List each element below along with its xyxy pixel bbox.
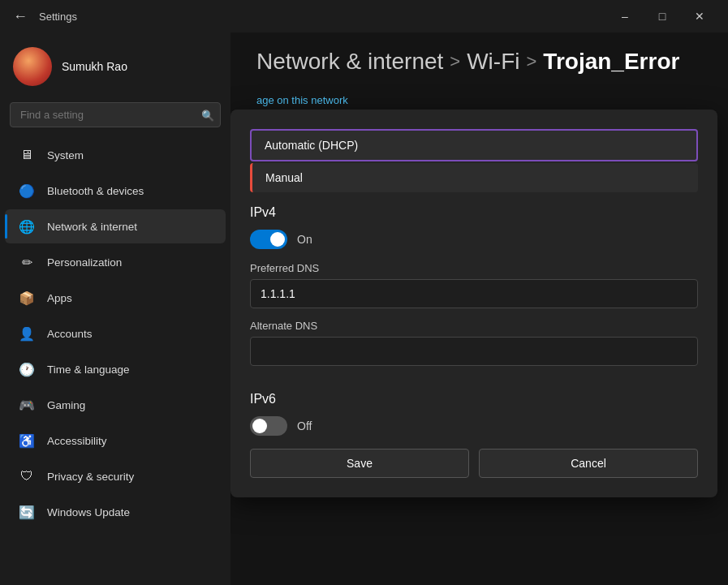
ipv6-toggle[interactable] — [250, 416, 287, 436]
ipv4-toggle-row: On — [250, 230, 698, 249]
sidebar-item-network[interactable]: 🌐 Network & internet — [5, 209, 226, 243]
sidebar-item-label: Gaming — [47, 399, 85, 411]
breadcrumb-part2: Wi-Fi — [467, 49, 519, 75]
sidebar-item-label: Accounts — [47, 328, 93, 340]
breadcrumb-part1: Network & internet — [256, 49, 443, 75]
sidebar-item-accounts[interactable]: 👤 Accounts — [5, 316, 226, 351]
network-icon: 🌐 — [18, 217, 36, 235]
profile-name: Sumukh Rao — [62, 60, 127, 73]
main-content: Network & internet > Wi-Fi > Trojan_Erro… — [230, 32, 728, 585]
save-button[interactable]: Save — [250, 449, 469, 478]
alternate-dns-label: Alternate DNS — [250, 320, 698, 332]
accessibility-icon: ♿ — [18, 432, 36, 450]
avatar — [13, 47, 52, 86]
sidebar-item-label: Accessibility — [47, 435, 107, 447]
preferred-dns-input[interactable] — [250, 279, 698, 308]
search-input[interactable] — [10, 102, 221, 127]
dropdown-option-manual[interactable]: Manual — [250, 163, 698, 192]
gaming-icon: 🎮 — [18, 396, 36, 414]
ipv6-toggle-row: Off — [250, 416, 698, 436]
sidebar-item-bluetooth[interactable]: 🔵 Bluetooth & devices — [5, 174, 226, 208]
dns-hint-link[interactable]: age on this network — [256, 94, 702, 106]
maximize-icon: □ — [659, 10, 666, 23]
sidebar-item-accessibility[interactable]: ♿ Accessibility — [5, 424, 226, 458]
close-button[interactable]: ✕ — [681, 3, 718, 29]
ipv6-toggle-label: Off — [297, 419, 312, 432]
time-icon: 🕐 — [18, 360, 36, 378]
breadcrumb-sep2: > — [526, 51, 536, 72]
sidebar-item-update[interactable]: 🔄 Windows Update — [5, 495, 226, 529]
avatar-image — [13, 47, 52, 86]
alternate-dns-input[interactable] — [250, 337, 698, 366]
ipv6-section-title: IPv6 — [250, 392, 698, 406]
sidebar-item-label: Network & internet — [47, 221, 137, 233]
apps-icon: 📦 — [18, 289, 36, 307]
dropdown-option-automatic[interactable]: Automatic (DHCP) — [250, 129, 698, 161]
modal-actions: Save Cancel — [250, 449, 698, 478]
search-icon: 🔍 — [201, 109, 214, 121]
sidebar-item-label: Apps — [47, 292, 72, 304]
update-icon: 🔄 — [18, 503, 36, 521]
dropdown-container: Automatic (DHCP) Manual — [250, 129, 698, 192]
sidebar-item-label: Time & language — [47, 363, 130, 376]
sidebar-item-apps[interactable]: 📦 Apps — [5, 281, 226, 315]
dropdown-selected-label: Automatic (DHCP) — [265, 139, 358, 152]
sidebar-item-label: Windows Update — [47, 506, 130, 518]
breadcrumb: Network & internet > Wi-Fi > Trojan_Erro… — [256, 49, 702, 75]
preferred-dns-label: Preferred DNS — [250, 262, 698, 274]
cancel-button[interactable]: Cancel — [479, 449, 698, 478]
back-button[interactable]: ← — [10, 5, 31, 28]
sidebar-item-label: Personalization — [47, 256, 122, 269]
ipv4-section-title: IPv4 — [250, 205, 698, 220]
minimize-button[interactable]: – — [606, 3, 644, 29]
sidebar-profile: Sumukh Rao — [0, 39, 230, 99]
ipv4-toggle[interactable] — [250, 230, 287, 249]
ipv4-toggle-label: On — [297, 233, 312, 246]
sidebar-item-time[interactable]: 🕐 Time & language — [5, 352, 226, 386]
sidebar-item-label: Bluetooth & devices — [47, 185, 144, 197]
sidebar-item-system[interactable]: 🖥 System — [5, 138, 226, 172]
close-icon: ✕ — [695, 10, 704, 23]
sidebar: Sumukh Rao 🔍 🖥 System 🔵 Bluetooth & devi… — [0, 32, 230, 585]
dropdown-manual-label: Manual — [265, 171, 303, 184]
titlebar: ← Settings – □ ✕ — [0, 0, 728, 32]
back-icon: ← — [13, 8, 28, 24]
breadcrumb-sep1: > — [450, 51, 460, 72]
sidebar-item-personalization[interactable]: ✏ Personalization — [5, 245, 226, 279]
sidebar-item-gaming[interactable]: 🎮 Gaming — [5, 388, 226, 422]
system-icon: 🖥 — [18, 146, 36, 164]
titlebar-controls: – □ ✕ — [606, 3, 718, 29]
accounts-icon: 👤 — [18, 325, 36, 342]
sidebar-item-label: System — [47, 149, 84, 161]
titlebar-left: ← Settings — [10, 5, 77, 28]
minimize-icon: – — [622, 10, 628, 23]
app-body: Sumukh Rao 🔍 🖥 System 🔵 Bluetooth & devi… — [0, 32, 728, 585]
search-box: 🔍 — [10, 102, 221, 127]
app-title: Settings — [39, 11, 77, 23]
sidebar-item-label: Privacy & security — [47, 471, 134, 483]
bluetooth-icon: 🔵 — [18, 182, 36, 200]
sidebar-item-privacy[interactable]: 🛡 Privacy & security — [5, 459, 226, 493]
privacy-icon: 🛡 — [18, 467, 36, 485]
maximize-button[interactable]: □ — [644, 3, 681, 29]
breadcrumb-part3: Trojan_Error — [543, 49, 679, 75]
dns-modal: Automatic (DHCP) Manual IPv4 On Preferre… — [230, 110, 717, 497]
personalization-icon: ✏ — [18, 253, 36, 271]
